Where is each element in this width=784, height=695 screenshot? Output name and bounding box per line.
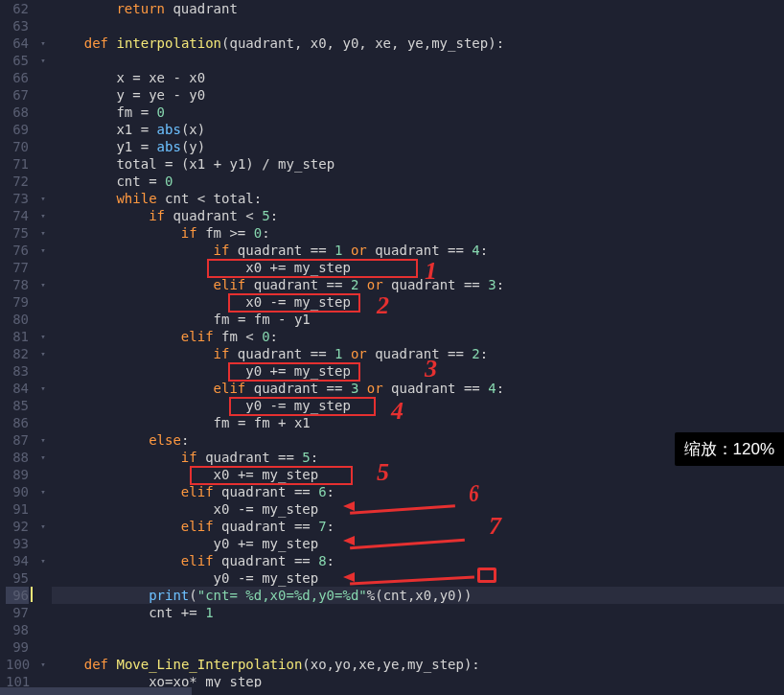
code-line[interactable]: y0 -= my_step (52, 397, 784, 414)
code-line[interactable]: x1 = abs(x) (52, 121, 784, 138)
fold-marker[interactable]: ▾ (35, 449, 52, 466)
horizontal-scrollbar-thumb[interactable] (0, 687, 192, 695)
code-line[interactable]: fm = 0 (52, 104, 784, 121)
fold-marker (35, 138, 52, 155)
code-line[interactable]: x = xe - x0 (52, 69, 784, 86)
code-line[interactable]: fm = fm + x1 (52, 414, 784, 431)
code-line[interactable]: return quadrant (52, 0, 784, 17)
fold-marker[interactable]: ▾ (35, 345, 52, 362)
line-number-gutter: 6263646566676869707172737475767778798081… (0, 0, 35, 695)
cursor-indicator (31, 587, 33, 602)
horizontal-scrollbar-track[interactable] (0, 687, 784, 695)
code-line[interactable] (52, 621, 784, 638)
zoom-toast: 缩放：120% (675, 432, 784, 466)
fold-marker[interactable]: ▾ (35, 328, 52, 345)
code-line[interactable]: y = ye - y0 (52, 86, 784, 104)
fold-marker (35, 155, 52, 173)
code-line[interactable]: x0 -= my_step (52, 500, 784, 518)
line-number: 78 (6, 276, 29, 293)
code-line[interactable]: y0 += my_step (52, 535, 784, 552)
fold-marker (35, 638, 52, 656)
line-number: 63 (6, 17, 29, 35)
fold-marker[interactable]: ▾ (35, 552, 52, 569)
code-editor[interactable]: 6263646566676869707172737475767778798081… (0, 0, 784, 695)
line-number: 81 (6, 328, 29, 345)
code-line[interactable]: x0 += my_step (52, 466, 784, 483)
fold-column[interactable]: ▾▾ ▾▾▾▾ ▾ ▾▾ ▾ ▾▾ ▾ ▾ ▾ ▾ (35, 0, 52, 695)
fold-marker (35, 362, 52, 380)
fold-marker (35, 604, 52, 621)
line-number: 91 (6, 500, 29, 518)
code-line[interactable]: elif quadrant == 2 or quadrant == 3: (52, 276, 784, 293)
code-line[interactable]: def interpolation(quadrant, x0, y0, xe, … (52, 35, 784, 52)
line-number: 88 (6, 449, 29, 466)
code-line[interactable]: while cnt < total: (52, 190, 784, 207)
fold-marker[interactable]: ▾ (35, 431, 52, 449)
line-number: 96 (6, 587, 29, 604)
line-number: 76 (6, 242, 29, 259)
line-number: 92 (6, 518, 29, 535)
fold-marker (35, 569, 52, 587)
code-line[interactable] (52, 52, 784, 69)
code-line[interactable]: total = (x1 + y1) / my_step (52, 155, 784, 173)
fold-marker (35, 0, 52, 17)
code-line[interactable]: elif fm < 0: (52, 328, 784, 345)
code-line[interactable]: y1 = abs(y) (52, 138, 784, 155)
code-line[interactable]: if fm >= 0: (52, 224, 784, 242)
line-number: 66 (6, 69, 29, 86)
fold-marker (35, 121, 52, 138)
line-number: 80 (6, 311, 29, 328)
line-number: 97 (6, 604, 29, 621)
fold-marker[interactable]: ▾ (35, 656, 52, 673)
fold-marker[interactable]: ▾ (35, 483, 52, 500)
code-line[interactable]: if quadrant < 5: (52, 207, 784, 224)
fold-marker (35, 259, 52, 276)
line-number: 90 (6, 483, 29, 500)
fold-marker[interactable]: ▾ (35, 242, 52, 259)
code-area[interactable]: return quadrant def interpolation(quadra… (52, 0, 784, 695)
code-line[interactable]: print("cnt= %d,x0=%d,y0=%d"%(cnt,x0,y0)) (52, 587, 784, 604)
fold-marker (35, 311, 52, 328)
fold-marker (35, 17, 52, 35)
fold-marker[interactable]: ▾ (35, 518, 52, 535)
line-number: 68 (6, 104, 29, 121)
fold-marker[interactable]: ▾ (35, 190, 52, 207)
code-line[interactable] (52, 17, 784, 35)
code-line[interactable]: elif quadrant == 7: (52, 518, 784, 535)
code-line[interactable]: if quadrant == 1 or quadrant == 4: (52, 242, 784, 259)
fold-marker (35, 621, 52, 638)
fold-marker (35, 104, 52, 121)
fold-marker[interactable]: ▾ (35, 224, 52, 242)
code-line[interactable]: fm = fm - y1 (52, 311, 784, 328)
line-number: 77 (6, 259, 29, 276)
fold-marker[interactable]: ▾ (35, 207, 52, 224)
code-line[interactable]: elif quadrant == 6: (52, 483, 784, 500)
code-line[interactable]: if quadrant == 1 or quadrant == 2: (52, 345, 784, 362)
code-line[interactable]: cnt = 0 (52, 173, 784, 190)
code-line[interactable]: y0 += my_step (52, 362, 784, 380)
code-line[interactable]: def Move_Line_Interpolation(xo,yo,xe,ye,… (52, 656, 784, 673)
line-number: 83 (6, 362, 29, 380)
code-line[interactable]: y0 -= my_step (52, 569, 784, 587)
line-number: 62 (6, 0, 29, 17)
line-number: 84 (6, 380, 29, 397)
line-number: 69 (6, 121, 29, 138)
line-number: 86 (6, 414, 29, 431)
code-line[interactable]: elif quadrant == 8: (52, 552, 784, 569)
fold-marker[interactable]: ▾ (35, 35, 52, 52)
line-number: 64 (6, 35, 29, 52)
fold-marker (35, 414, 52, 431)
code-line[interactable]: x0 += my_step (52, 259, 784, 276)
line-number: 71 (6, 155, 29, 173)
code-line[interactable] (52, 638, 784, 656)
line-number: 94 (6, 552, 29, 569)
line-number: 65 (6, 52, 29, 69)
code-line[interactable]: x0 -= my_step (52, 293, 784, 311)
line-number: 100 (6, 656, 29, 673)
line-number: 95 (6, 569, 29, 587)
code-line[interactable]: elif quadrant == 3 or quadrant == 4: (52, 380, 784, 397)
code-line[interactable]: cnt += 1 (52, 604, 784, 621)
fold-marker[interactable]: ▾ (35, 380, 52, 397)
fold-marker[interactable]: ▾ (35, 276, 52, 293)
fold-marker[interactable]: ▾ (35, 52, 52, 69)
